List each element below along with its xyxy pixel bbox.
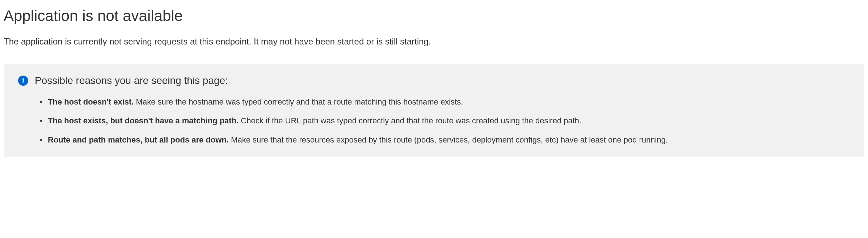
list-item: Route and path matches, but all pods are…	[40, 135, 850, 146]
page-title: Application is not available	[4, 7, 864, 25]
info-header: i Possible reasons you are seeing this p…	[18, 75, 850, 86]
reason-bold: Route and path matches, but all pods are…	[48, 135, 229, 144]
info-title: Possible reasons you are seeing this pag…	[35, 75, 228, 86]
info-icon-glyph: i	[22, 77, 24, 84]
error-description: The application is currently not serving…	[4, 35, 864, 48]
list-item: The host exists, but doesn't have a matc…	[40, 115, 850, 127]
reason-text: Make sure that the resources exposed by …	[229, 135, 668, 144]
info-icon: i	[18, 76, 28, 86]
reason-text: Check if the URL path was typed correctl…	[239, 116, 581, 125]
list-item: The host doesn't exist. Make sure the ho…	[40, 97, 850, 108]
reason-bold: The host doesn't exist.	[48, 97, 134, 106]
reason-bold: The host exists, but doesn't have a matc…	[48, 116, 239, 125]
reason-text: Make sure the hostname was typed correct…	[134, 97, 463, 106]
info-box: i Possible reasons you are seeing this p…	[4, 64, 864, 157]
reasons-list: The host doesn't exist. Make sure the ho…	[18, 97, 850, 146]
